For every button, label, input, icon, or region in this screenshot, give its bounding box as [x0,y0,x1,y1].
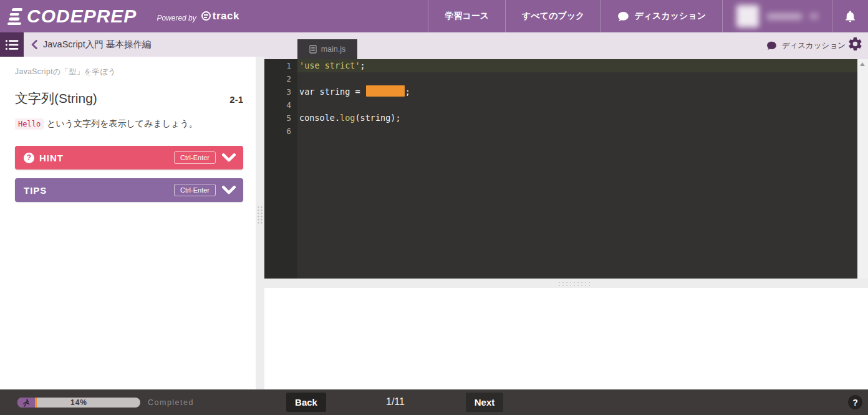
line-number: 1 [264,59,291,72]
help-button[interactable]: ? [848,395,862,409]
footer-bar: 14% Completed Back 1/11 Next ? [0,389,868,415]
app-header: CODEPREP Powered by track 学習コースすべてのブックディ… [0,0,868,32]
powered-by: Powered by track [157,10,239,23]
lesson-menu-button[interactable] [0,32,24,57]
hint-button[interactable]: ? HINT Ctrl-Enter [15,146,243,169]
track-logo-icon [201,11,211,21]
file-icon [309,45,317,54]
chat-bubble-icon [766,41,777,51]
chevron-down-icon [222,153,236,163]
code-token: (string); [355,113,400,123]
nav-all-books-label: すべてのブック [522,11,584,22]
line-number: 5 [264,112,291,125]
code-line[interactable] [297,125,857,138]
header-nav: 学習コースすべてのブックディスカッション [428,0,868,32]
completed-label: Completed [148,398,194,407]
page-title: 文字列(String) [15,90,97,107]
inline-code-chip: Hello [15,118,44,130]
code-lines[interactable]: 'use strict';var string = ;console.log(s… [297,59,857,279]
gutter: 123456 [264,59,297,279]
editor-discussion-link[interactable]: ディスカッション [766,32,846,59]
page-indicator: 1/11 [373,396,418,408]
tips-shortcut: Ctrl-Enter [174,184,216,196]
list-menu-icon [5,39,19,51]
line-number: 3 [264,85,291,98]
tips-label: TIPS [24,185,47,196]
gear-icon [847,36,863,52]
code-line[interactable]: 'use strict'; [297,59,857,72]
tab-main-js[interactable]: main.js [297,39,357,59]
nav-all-books[interactable]: すべてのブック [505,0,600,32]
hint-label: HINT [39,153,64,163]
code-line[interactable]: console.log(string); [297,112,857,125]
progress-bar: 14% [17,398,140,408]
next-button[interactable]: Next [466,393,503,412]
code-token: ; [360,60,365,70]
code-line[interactable] [297,98,857,112]
logo-text: CODEPREP [27,6,137,27]
user-menu[interactable] [722,0,832,32]
chevron-left-icon [31,40,37,49]
scroll-up-arrow-icon [860,62,865,66]
nav-courses[interactable]: 学習コース [428,0,505,32]
bell-icon [844,10,857,23]
track-logo: track [201,10,239,22]
lesson-sidebar: JavaScriptの「型」を学ぼう 文字列(String) 2-1 Hello… [0,57,256,389]
breadcrumb-label: JavaScript入門 基本操作編 [43,39,151,50]
hint-shortcut: Ctrl-Enter [174,151,216,164]
code-token: ; [405,87,410,97]
codeprep-logo[interactable]: CODEPREP [9,6,137,27]
tab-label: main.js [321,45,346,54]
tips-button[interactable]: TIPS Ctrl-Enter [15,178,243,202]
panel-splitter-vertical[interactable] [256,57,264,389]
settings-button[interactable] [847,36,863,54]
description-text: という文字列を表示してみましょう。 [47,118,198,130]
code-token: log [340,113,355,123]
nav-discussion[interactable]: ディスカッション [600,0,722,32]
drag-handle-icon [557,281,590,286]
line-number: 2 [264,72,291,85]
chat-bubble-icon [617,11,629,22]
line-number: 6 [264,125,291,138]
breadcrumb[interactable]: JavaScript入門 基本操作編 [31,32,151,57]
avatar [736,5,759,27]
back-button[interactable]: Back [286,393,326,412]
output-panel [264,288,868,389]
chevron-down-icon [222,186,236,195]
progress-percent: 14% [17,398,140,408]
codeprep-logo-icon [7,8,24,25]
chevron-down-icon [810,13,818,19]
code-line[interactable] [297,72,857,85]
lesson-number: 2-1 [229,94,243,105]
line-number: 4 [264,98,291,112]
section-label: JavaScriptの「型」を学ぼう [15,67,243,77]
code-line[interactable]: var string = ; [297,85,857,98]
fill-in-blank[interactable] [366,85,405,97]
code-editor: 123456 'use strict';var string = ;consol… [264,59,857,279]
username-blurred [766,13,803,20]
editor-discussion-label: ディスカッション [782,41,846,51]
nav-discussion-label: ディスカッション [634,11,706,22]
code-token: console. [299,113,340,123]
panel-splitter-horizontal[interactable] [264,279,868,288]
code-token: 'use strict' [299,60,360,70]
user-menu-blurred [736,5,818,27]
question-circle-icon: ? [24,153,34,163]
track-label: track [213,10,239,22]
powered-by-label: Powered by [157,14,196,22]
drag-handle-icon [257,206,263,224]
notifications-button[interactable] [832,0,868,32]
nav-courses-label: 学習コース [445,11,489,22]
editor-scrollbar[interactable] [857,59,868,279]
lesson-description: Hello という文字列を表示してみましょう。 [15,118,243,130]
code-token: var string = [299,87,365,97]
